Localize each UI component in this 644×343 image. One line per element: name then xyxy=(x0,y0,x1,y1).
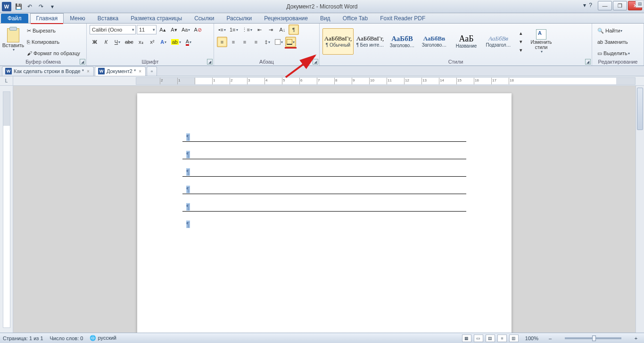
paragraph[interactable]: ¶ xyxy=(182,133,466,141)
tab-office-tab[interactable]: Office Tab xyxy=(337,13,374,23)
maximize-button[interactable]: ❐ xyxy=(613,1,627,10)
new-doc-tab[interactable]: ▫ xyxy=(147,66,157,76)
increase-indent-button[interactable]: ⇥ xyxy=(266,24,276,35)
paragraph[interactable]: ¶ xyxy=(182,168,466,176)
status-language[interactable]: 🌐 русский xyxy=(90,335,116,341)
zoom-level[interactable]: 100% xyxy=(525,335,538,341)
document-tab-2[interactable]: W Документ2 * × xyxy=(95,66,146,76)
numbering-button[interactable]: 1≡▾ xyxy=(228,24,239,35)
align-justify-button[interactable]: ≡ xyxy=(251,37,261,47)
highlight-button[interactable]: ab▾ xyxy=(170,37,182,47)
change-styles-button[interactable]: A Изменить стили▾ xyxy=(527,26,555,57)
text-effects-button[interactable]: A▾ xyxy=(158,37,169,47)
underline-button[interactable]: Ч▾ xyxy=(112,37,123,47)
sort-button[interactable]: A↓ xyxy=(277,24,288,35)
cut-button[interactable]: ✂ Вырезать xyxy=(25,25,83,36)
show-pilcrow-button[interactable]: ¶ xyxy=(289,24,299,35)
tab-mailings[interactable]: Рассылки xyxy=(220,13,258,23)
replace-button[interactable]: ab Заменить xyxy=(595,37,630,47)
status-word-count[interactable]: Число слов: 0 xyxy=(50,335,83,341)
status-page[interactable]: Страница: 1 из 1 xyxy=(3,335,43,341)
shading-button[interactable]: ▾ xyxy=(273,37,284,47)
paragraph[interactable]: ¶ xyxy=(182,220,466,229)
superscript-button[interactable]: x² xyxy=(147,37,157,47)
zoom-in[interactable]: + xyxy=(631,335,641,342)
zoom-slider[interactable] xyxy=(565,337,621,339)
split-view-icon[interactable]: ▤ xyxy=(636,0,644,8)
bold-button[interactable]: Ж xyxy=(90,37,100,47)
font-color-button[interactable]: A▾ xyxy=(183,37,194,47)
grow-font-button[interactable]: A▴ xyxy=(157,24,168,35)
multilevel-list-button[interactable]: ⋮≡▾ xyxy=(240,24,254,35)
styles-dialog-launcher[interactable]: ◢ xyxy=(585,59,591,65)
view-print-layout[interactable]: ▦ xyxy=(462,335,471,342)
view-outline[interactable]: ≡ xyxy=(497,335,507,342)
find-button[interactable]: 🔍 Найти▾ xyxy=(595,25,625,36)
paragraph[interactable]: ¶ xyxy=(182,185,466,194)
style-item-1[interactable]: АаБбВвГг,¶ Без инте… xyxy=(355,28,386,55)
style-item-0[interactable]: АаБбВвГг,¶ Обычный xyxy=(322,28,354,55)
help-icon[interactable]: ? xyxy=(589,2,592,8)
view-full-screen[interactable]: ▭ xyxy=(474,335,483,342)
decrease-indent-button[interactable]: ⇤ xyxy=(255,24,265,35)
clipboard-dialog-launcher[interactable]: ◢ xyxy=(80,59,85,65)
strikethrough-button[interactable]: abc xyxy=(124,37,135,47)
align-center-button[interactable]: ≡ xyxy=(228,37,239,47)
tab-view[interactable]: Вид xyxy=(314,13,337,23)
style-item-5[interactable]: АаБбВвПодзагол… xyxy=(483,28,514,55)
font-dialog-launcher[interactable]: ◢ xyxy=(207,59,213,65)
copy-button[interactable]: ⎘ Копировать xyxy=(25,37,83,47)
paragraph[interactable]: ¶ xyxy=(182,150,466,159)
style-item-3[interactable]: АаБбВвЗаголово… xyxy=(419,28,450,55)
paste-button[interactable]: Вставить▾ xyxy=(3,24,24,56)
zoom-out[interactable]: – xyxy=(545,335,555,342)
scroll-thumb[interactable] xyxy=(637,88,643,130)
tab-selector[interactable]: L xyxy=(0,76,13,85)
minimize-ribbon-icon[interactable]: ▾ xyxy=(583,2,586,8)
close-doc-tab-1[interactable]: × xyxy=(86,69,91,74)
undo-button[interactable]: ↶ xyxy=(25,1,35,12)
style-gallery-more[interactable]: ▾ xyxy=(516,46,526,54)
tab-menu[interactable]: Меню xyxy=(64,13,91,23)
change-case-button[interactable]: Aa▾ xyxy=(180,24,191,35)
view-draft[interactable]: ▥ xyxy=(509,335,519,342)
close-doc-tab-2[interactable]: × xyxy=(138,69,142,74)
page[interactable]: ¶¶¶¶¶¶ xyxy=(137,93,512,333)
italic-button[interactable]: К xyxy=(101,37,111,47)
style-gallery[interactable]: АаБбВвГг,¶ ОбычныйАаБбВвГг,¶ Без инте…Аа… xyxy=(322,28,514,55)
tab-references[interactable]: Ссылки xyxy=(188,13,220,23)
file-tab[interactable]: Файл xyxy=(1,14,28,23)
shrink-font-button[interactable]: A▾ xyxy=(169,24,179,35)
tab-foxit[interactable]: Foxit Reader PDF xyxy=(374,13,431,23)
vertical-ruler[interactable] xyxy=(3,91,10,328)
save-button[interactable]: 💾 xyxy=(13,1,24,12)
align-left-button[interactable]: ≡ xyxy=(217,37,227,47)
line-spacing-button[interactable]: ‡▾ xyxy=(262,37,272,47)
tab-home[interactable]: Главная xyxy=(30,13,64,24)
style-item-2[interactable]: АаБбВЗаголово… xyxy=(387,28,418,55)
paragraph-dialog-launcher[interactable]: ◢ xyxy=(313,59,318,65)
format-painter-button[interactable]: 🖌 Формат по образцу xyxy=(25,48,83,58)
paragraph[interactable]: ¶ xyxy=(182,203,466,211)
redo-button[interactable]: ↷ xyxy=(36,1,46,12)
subscript-button[interactable]: x₂ xyxy=(136,37,146,47)
view-web-layout[interactable]: ▤ xyxy=(486,335,495,342)
select-button[interactable]: ▭ Выделить▾ xyxy=(595,48,632,58)
font-name-combo[interactable]: Calibri (Осно xyxy=(90,25,136,34)
tab-insert[interactable]: Вставка xyxy=(91,13,125,23)
document-viewport[interactable]: ¶¶¶¶¶¶ xyxy=(13,86,636,333)
font-size-combo[interactable]: 11 xyxy=(137,25,157,34)
tab-review[interactable]: Рецензирование xyxy=(258,13,314,23)
vertical-scrollbar[interactable] xyxy=(636,86,644,333)
style-item-4[interactable]: АаБНазвание xyxy=(451,28,482,55)
horizontal-ruler[interactable]: 21123456789101112131415161718 xyxy=(136,77,636,85)
clear-formatting-button[interactable]: A⊘ xyxy=(192,24,203,35)
qat-customize[interactable]: ▾ xyxy=(47,1,58,12)
align-right-button[interactable]: ≡ xyxy=(239,37,250,47)
borders-button[interactable]: ▾ xyxy=(285,37,296,47)
style-gallery-up[interactable]: ▴ xyxy=(516,29,526,37)
document-tab-1[interactable]: W Как сделать строки в Ворде * × xyxy=(2,66,94,76)
tab-page-layout[interactable]: Разметка страницы xyxy=(124,13,188,23)
style-gallery-down[interactable]: ▾ xyxy=(516,38,526,45)
zoom-slider-knob[interactable] xyxy=(592,335,596,341)
